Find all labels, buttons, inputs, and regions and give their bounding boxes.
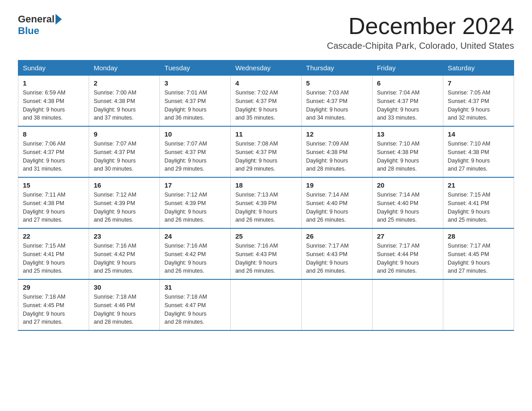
calendar-cell: 8Sunrise: 7:06 AMSunset: 4:37 PMDaylight… <box>18 126 89 177</box>
calendar-header-row: SundayMondayTuesdayWednesdayThursdayFrid… <box>18 60 514 76</box>
calendar-cell: 23Sunrise: 7:16 AMSunset: 4:42 PMDayligh… <box>89 228 160 279</box>
day-info: Sunrise: 7:16 AMSunset: 4:43 PMDaylight:… <box>235 242 296 275</box>
day-number: 18 <box>235 181 296 189</box>
day-info: Sunrise: 7:17 AMSunset: 4:43 PMDaylight:… <box>306 242 368 275</box>
day-info: Sunrise: 7:06 AMSunset: 4:37 PMDaylight:… <box>23 140 84 173</box>
day-number: 8 <box>23 130 84 138</box>
calendar-cell: 19Sunrise: 7:14 AMSunset: 4:40 PMDayligh… <box>301 177 372 228</box>
calendar-cell: 25Sunrise: 7:16 AMSunset: 4:43 PMDayligh… <box>231 228 301 279</box>
calendar-cell: 7Sunrise: 7:05 AMSunset: 4:37 PMDaylight… <box>443 76 514 127</box>
day-number: 21 <box>448 181 509 189</box>
header-sunday: Sunday <box>18 60 89 76</box>
day-number: 19 <box>306 181 368 189</box>
day-number: 4 <box>235 79 296 87</box>
day-number: 6 <box>377 79 438 87</box>
day-info: Sunrise: 7:07 AMSunset: 4:37 PMDaylight:… <box>164 140 226 173</box>
day-number: 24 <box>164 232 226 240</box>
day-number: 16 <box>94 181 155 189</box>
day-info: Sunrise: 7:17 AMSunset: 4:45 PMDaylight:… <box>448 242 509 275</box>
day-number: 5 <box>306 79 368 87</box>
calendar-week-row: 29Sunrise: 7:18 AMSunset: 4:45 PMDayligh… <box>18 279 514 330</box>
day-info: Sunrise: 7:08 AMSunset: 4:37 PMDaylight:… <box>235 140 296 173</box>
day-number: 7 <box>448 79 509 87</box>
day-number: 2 <box>94 79 155 87</box>
header-friday: Friday <box>372 60 443 76</box>
calendar-cell: 30Sunrise: 7:18 AMSunset: 4:46 PMDayligh… <box>89 279 160 330</box>
header-tuesday: Tuesday <box>160 60 231 76</box>
day-number: 31 <box>164 283 226 291</box>
day-number: 11 <box>235 130 296 138</box>
calendar-cell <box>443 279 514 330</box>
day-number: 30 <box>94 283 155 291</box>
calendar-cell: 9Sunrise: 7:07 AMSunset: 4:37 PMDaylight… <box>89 126 160 177</box>
day-info: Sunrise: 7:14 AMSunset: 4:40 PMDaylight:… <box>377 191 438 224</box>
day-number: 26 <box>306 232 368 240</box>
calendar-cell: 29Sunrise: 7:18 AMSunset: 4:45 PMDayligh… <box>18 279 89 330</box>
day-info: Sunrise: 7:14 AMSunset: 4:40 PMDaylight:… <box>306 191 368 224</box>
calendar-cell <box>231 279 301 330</box>
day-info: Sunrise: 7:04 AMSunset: 4:37 PMDaylight:… <box>377 89 438 122</box>
day-info: Sunrise: 7:05 AMSunset: 4:37 PMDaylight:… <box>448 89 509 122</box>
day-info: Sunrise: 7:11 AMSunset: 4:38 PMDaylight:… <box>23 191 84 224</box>
day-number: 17 <box>164 181 226 189</box>
calendar-cell: 3Sunrise: 7:01 AMSunset: 4:37 PMDaylight… <box>160 76 231 127</box>
day-number: 28 <box>448 232 509 240</box>
calendar-cell: 31Sunrise: 7:18 AMSunset: 4:47 PMDayligh… <box>160 279 231 330</box>
title-area: December 2024 Cascade-Chipita Park, Colo… <box>327 13 514 51</box>
logo: General Blue <box>18 13 63 37</box>
calendar-cell: 17Sunrise: 7:12 AMSunset: 4:39 PMDayligh… <box>160 177 231 228</box>
calendar-cell: 11Sunrise: 7:08 AMSunset: 4:37 PMDayligh… <box>231 126 301 177</box>
header-monday: Monday <box>89 60 160 76</box>
location-title: Cascade-Chipita Park, Colorado, United S… <box>327 41 514 51</box>
logo-blue-text: Blue <box>18 25 39 36</box>
calendar-cell: 1Sunrise: 6:59 AMSunset: 4:38 PMDaylight… <box>18 76 89 127</box>
day-info: Sunrise: 7:16 AMSunset: 4:42 PMDaylight:… <box>94 242 155 275</box>
calendar-week-row: 22Sunrise: 7:15 AMSunset: 4:41 PMDayligh… <box>18 228 514 279</box>
day-info: Sunrise: 7:07 AMSunset: 4:37 PMDaylight:… <box>94 140 155 173</box>
calendar-cell: 12Sunrise: 7:09 AMSunset: 4:38 PMDayligh… <box>301 126 372 177</box>
logo-arrow-icon <box>56 14 62 25</box>
day-info: Sunrise: 7:16 AMSunset: 4:42 PMDaylight:… <box>164 242 226 275</box>
day-info: Sunrise: 7:12 AMSunset: 4:39 PMDaylight:… <box>94 191 155 224</box>
calendar-cell: 15Sunrise: 7:11 AMSunset: 4:38 PMDayligh… <box>18 177 89 228</box>
calendar-cell: 26Sunrise: 7:17 AMSunset: 4:43 PMDayligh… <box>301 228 372 279</box>
calendar-week-row: 15Sunrise: 7:11 AMSunset: 4:38 PMDayligh… <box>18 177 514 228</box>
calendar-cell: 28Sunrise: 7:17 AMSunset: 4:45 PMDayligh… <box>443 228 514 279</box>
calendar-cell: 22Sunrise: 7:15 AMSunset: 4:41 PMDayligh… <box>18 228 89 279</box>
day-number: 27 <box>377 232 438 240</box>
header-thursday: Thursday <box>301 60 372 76</box>
calendar-table: SundayMondayTuesdayWednesdayThursdayFrid… <box>18 60 514 331</box>
day-info: Sunrise: 7:02 AMSunset: 4:37 PMDaylight:… <box>235 89 296 122</box>
day-info: Sunrise: 7:18 AMSunset: 4:46 PMDaylight:… <box>94 293 155 326</box>
day-number: 13 <box>377 130 438 138</box>
day-number: 23 <box>94 232 155 240</box>
day-number: 25 <box>235 232 296 240</box>
day-number: 20 <box>377 181 438 189</box>
calendar-cell: 2Sunrise: 7:00 AMSunset: 4:38 PMDaylight… <box>89 76 160 127</box>
day-number: 22 <box>23 232 84 240</box>
calendar-cell: 6Sunrise: 7:04 AMSunset: 4:37 PMDaylight… <box>372 76 443 127</box>
day-info: Sunrise: 7:17 AMSunset: 4:44 PMDaylight:… <box>377 242 438 275</box>
calendar-cell: 16Sunrise: 7:12 AMSunset: 4:39 PMDayligh… <box>89 177 160 228</box>
logo-general-text: General <box>18 13 55 25</box>
day-info: Sunrise: 7:18 AMSunset: 4:47 PMDaylight:… <box>164 293 226 326</box>
calendar-cell: 10Sunrise: 7:07 AMSunset: 4:37 PMDayligh… <box>160 126 231 177</box>
calendar-cell: 18Sunrise: 7:13 AMSunset: 4:39 PMDayligh… <box>231 177 301 228</box>
calendar-cell: 27Sunrise: 7:17 AMSunset: 4:44 PMDayligh… <box>372 228 443 279</box>
day-info: Sunrise: 7:12 AMSunset: 4:39 PMDaylight:… <box>164 191 226 224</box>
day-info: Sunrise: 7:09 AMSunset: 4:38 PMDaylight:… <box>306 140 368 173</box>
day-info: Sunrise: 6:59 AMSunset: 4:38 PMDaylight:… <box>23 89 84 122</box>
calendar-cell: 14Sunrise: 7:10 AMSunset: 4:38 PMDayligh… <box>443 126 514 177</box>
month-title: December 2024 <box>327 13 514 39</box>
day-number: 12 <box>306 130 368 138</box>
day-info: Sunrise: 7:10 AMSunset: 4:38 PMDaylight:… <box>377 140 438 173</box>
day-number: 29 <box>23 283 84 291</box>
calendar-cell: 5Sunrise: 7:03 AMSunset: 4:37 PMDaylight… <box>301 76 372 127</box>
day-info: Sunrise: 7:10 AMSunset: 4:38 PMDaylight:… <box>448 140 509 173</box>
page-header: General Blue December 2024 Cascade-Chipi… <box>18 13 514 51</box>
header-wednesday: Wednesday <box>231 60 301 76</box>
day-info: Sunrise: 7:15 AMSunset: 4:41 PMDaylight:… <box>448 191 509 224</box>
calendar-cell: 13Sunrise: 7:10 AMSunset: 4:38 PMDayligh… <box>372 126 443 177</box>
calendar-cell <box>372 279 443 330</box>
day-number: 15 <box>23 181 84 189</box>
